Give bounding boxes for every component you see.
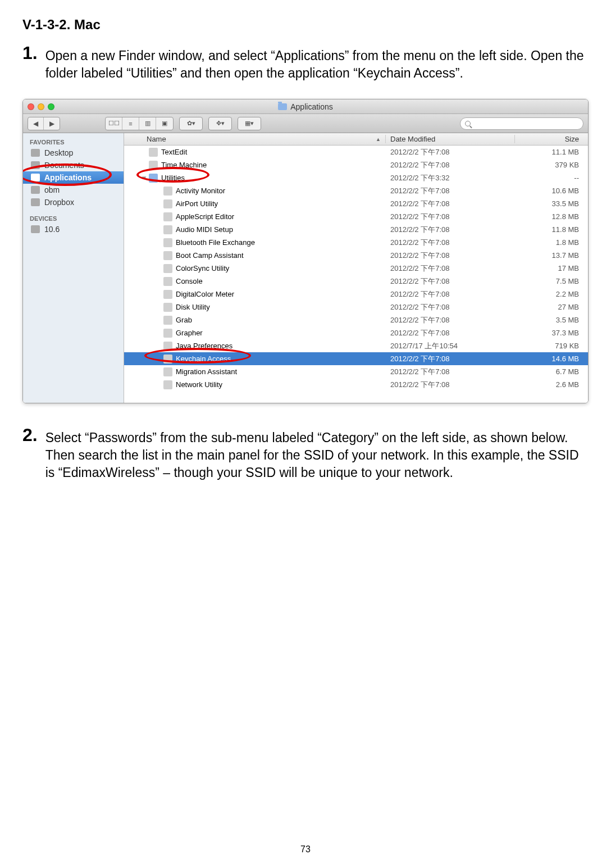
file-row[interactable]: Boot Camp Assistant2012/2/2 下午7:0813.7 M… bbox=[124, 249, 588, 262]
app-icon bbox=[163, 303, 172, 312]
file-date: 2012/2/2 下午7:08 bbox=[386, 186, 515, 196]
file-row[interactable]: AppleScript Editor2012/2/2 下午7:0812.8 MB bbox=[124, 210, 588, 223]
file-size: 2.2 MB bbox=[515, 290, 588, 298]
file-row[interactable]: Console2012/2/2 下午7:087.5 MB bbox=[124, 275, 588, 288]
file-row[interactable]: Bluetooth File Exchange2012/2/2 下午7:081.… bbox=[124, 236, 588, 249]
disclosure-icon[interactable] bbox=[142, 177, 147, 180]
coverflow-view-button[interactable]: ▣ bbox=[156, 117, 173, 130]
folder-icon bbox=[278, 103, 287, 110]
folder-icon bbox=[149, 174, 158, 183]
sidebar-item-documents[interactable]: Documents bbox=[23, 159, 124, 171]
file-size: 11.1 MB bbox=[515, 148, 588, 156]
sidebar-item-disk[interactable]: 10.6 bbox=[23, 223, 124, 235]
applications-icon bbox=[31, 174, 40, 181]
file-size: 379 KB bbox=[515, 161, 588, 169]
sidebar-item-label: Documents bbox=[44, 161, 84, 170]
column-view-button[interactable]: ▥ bbox=[139, 117, 156, 130]
file-name: AirPort Utility bbox=[176, 199, 218, 208]
icon-view-button[interactable]: ☐☐ bbox=[106, 117, 122, 130]
file-row[interactable]: DigitalColor Meter2012/2/2 下午7:082.2 MB bbox=[124, 288, 588, 301]
app-icon bbox=[163, 251, 172, 260]
file-size: 3.5 MB bbox=[515, 316, 588, 324]
file-date: 2012/7/17 上午10:54 bbox=[386, 341, 515, 351]
file-row[interactable]: ColorSync Utility2012/2/2 下午7:0817 MB bbox=[124, 262, 588, 275]
app-icon bbox=[163, 277, 172, 286]
app-icon bbox=[163, 225, 172, 234]
file-size: 11.8 MB bbox=[515, 225, 588, 234]
file-row[interactable]: Disk Utility2012/2/2 下午7:0827 MB bbox=[124, 301, 588, 313]
file-name: Java Preferences bbox=[176, 342, 232, 350]
file-row[interactable]: Audio MIDI Setup2012/2/2 下午7:0811.8 MB bbox=[124, 223, 588, 236]
file-date: 2012/2/2 下午7:08 bbox=[386, 289, 515, 299]
file-date: 2012/2/2 下午7:08 bbox=[386, 328, 515, 338]
file-name: AppleScript Editor bbox=[176, 212, 234, 221]
file-name: TextEdit bbox=[161, 148, 187, 156]
file-date: 2012/2/2 下午3:32 bbox=[386, 173, 515, 183]
file-date: 2012/2/2 下午7:08 bbox=[386, 302, 515, 312]
back-button[interactable]: ◀ bbox=[28, 117, 44, 130]
list-view-button[interactable]: ≡ bbox=[122, 117, 139, 130]
finder-title: Applications bbox=[23, 102, 588, 111]
app-icon bbox=[163, 355, 172, 363]
finder-content: Name ▲ Date Modified Size TextEdit2012/2… bbox=[124, 133, 588, 403]
share-menu[interactable]: ▦▾ bbox=[238, 117, 261, 130]
file-date: 2012/2/2 下午7:08 bbox=[386, 263, 515, 274]
sidebar-item-obm[interactable]: obm bbox=[23, 184, 124, 196]
sidebar-item-desktop[interactable]: Desktop bbox=[23, 147, 124, 159]
finder-sidebar: FAVORITES Desktop Documents Applications… bbox=[23, 133, 124, 403]
app-icon bbox=[149, 148, 158, 157]
step-2: 2. Select “Passwords” from the sub-menu … bbox=[22, 426, 589, 481]
file-date: 2012/2/2 下午7:08 bbox=[386, 354, 515, 364]
file-row[interactable]: TextEdit2012/2/2 下午7:0811.1 MB bbox=[124, 146, 588, 158]
file-size: 14.6 MB bbox=[515, 355, 588, 363]
sidebar-item-dropbox[interactable]: Dropbox bbox=[23, 196, 124, 208]
home-icon bbox=[31, 186, 40, 194]
file-date: 2012/2/2 下午7:08 bbox=[386, 225, 515, 235]
file-row[interactable]: AirPort Utility2012/2/2 下午7:0833.5 MB bbox=[124, 197, 588, 210]
column-date[interactable]: Date Modified bbox=[386, 135, 515, 143]
file-size: 33.5 MB bbox=[515, 199, 588, 208]
file-date: 2012/2/2 下午7:08 bbox=[386, 238, 515, 248]
file-row[interactable]: Keychain Access2012/2/2 下午7:0814.6 MB bbox=[124, 352, 588, 365]
disk-icon bbox=[31, 225, 40, 233]
file-name: Audio MIDI Setup bbox=[176, 225, 233, 234]
file-date: 2012/2/2 下午7:08 bbox=[386, 315, 515, 325]
search-icon bbox=[465, 121, 471, 126]
file-row[interactable]: Time Machine2012/2/2 下午7:08379 KB bbox=[124, 158, 588, 171]
file-name: Console bbox=[176, 277, 203, 285]
sort-indicator-icon: ▲ bbox=[376, 137, 381, 142]
sidebar-item-applications[interactable]: Applications bbox=[23, 171, 124, 184]
sidebar-item-label: obm bbox=[44, 185, 60, 194]
file-row[interactable]: Migration Assistant2012/2/2 下午7:086.7 MB bbox=[124, 365, 588, 378]
sidebar-item-label: 10.6 bbox=[44, 225, 60, 234]
column-headers: Name ▲ Date Modified Size bbox=[124, 133, 588, 146]
file-row[interactable]: Activity Monitor2012/2/2 下午7:0810.6 MB bbox=[124, 184, 588, 197]
page-number: 73 bbox=[0, 844, 611, 855]
file-date: 2012/2/2 下午7:08 bbox=[386, 160, 515, 170]
file-name: Boot Camp Assistant bbox=[176, 251, 244, 260]
search-input[interactable] bbox=[460, 117, 583, 130]
file-row[interactable]: Network Utility2012/2/2 下午7:082.6 MB bbox=[124, 378, 588, 391]
file-row[interactable]: Grab2012/2/2 下午7:083.5 MB bbox=[124, 313, 588, 326]
file-date: 2012/2/2 下午7:08 bbox=[386, 367, 515, 377]
arrange-menu[interactable]: ✥▾ bbox=[208, 117, 232, 130]
app-icon bbox=[163, 342, 172, 351]
forward-button[interactable]: ▶ bbox=[44, 117, 60, 130]
app-icon bbox=[163, 187, 172, 196]
file-date: 2012/2/2 下午7:08 bbox=[386, 380, 515, 390]
file-row[interactable]: Utilities2012/2/2 下午3:32-- bbox=[124, 171, 588, 184]
app-icon bbox=[163, 290, 172, 299]
step-number: 1. bbox=[22, 44, 38, 82]
desktop-icon bbox=[31, 149, 40, 157]
column-size[interactable]: Size bbox=[515, 135, 588, 143]
sidebar-header-favorites: FAVORITES bbox=[23, 137, 124, 147]
file-date: 2012/2/2 下午7:08 bbox=[386, 212, 515, 222]
action-menu[interactable]: ✿▾ bbox=[179, 117, 203, 130]
file-date: 2012/2/2 下午7:08 bbox=[386, 276, 515, 287]
column-name[interactable]: Name ▲ bbox=[124, 135, 386, 143]
step-number: 2. bbox=[22, 426, 38, 481]
file-row[interactable]: Java Preferences2012/7/17 上午10:54719 KB bbox=[124, 339, 588, 352]
file-size: 719 KB bbox=[515, 342, 588, 350]
file-row[interactable]: Grapher2012/2/2 下午7:0837.3 MB bbox=[124, 326, 588, 339]
file-size: 27 MB bbox=[515, 303, 588, 311]
